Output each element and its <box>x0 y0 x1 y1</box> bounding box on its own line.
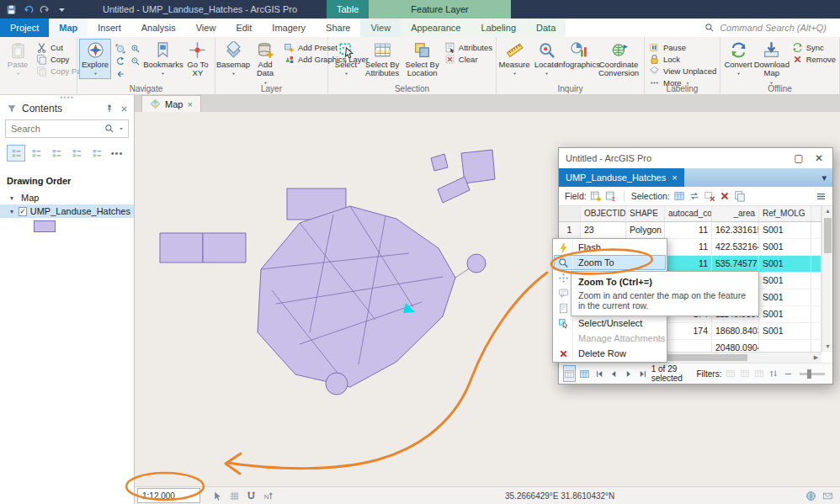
qat-redo-icon[interactable] <box>40 4 51 15</box>
north-icon[interactable]: N <box>263 491 274 501</box>
map-view-tab[interactable]: Map × <box>141 95 201 112</box>
grid-status-icon[interactable] <box>229 491 240 501</box>
close-icon[interactable]: ✕ <box>809 151 829 167</box>
column-header-ref-molg[interactable]: Ref_MOLG <box>759 206 811 221</box>
menu-item-manage-attachments[interactable]: Manage Attachments <box>554 331 666 346</box>
ribbon-button-pause[interactable]: Pause <box>646 42 719 53</box>
ribbon-button-download-map[interactable]: Download Map <box>754 39 789 88</box>
filter-tool-2-icon[interactable] <box>739 365 751 382</box>
landuse-polygon[interactable] <box>203 233 246 263</box>
close-icon[interactable]: × <box>672 172 677 183</box>
expand-caret-icon[interactable]: ▾ <box>10 194 18 202</box>
ribbon-button-bookmarks[interactable]: Bookmarks <box>145 39 182 79</box>
ribbon-button-lock[interactable]: Lock <box>646 54 719 65</box>
clear-selection-icon[interactable] <box>704 190 715 202</box>
ribbon-tool-fixed-zoom-in[interactable] <box>129 43 141 54</box>
chevron-down-icon[interactable]: ▾ <box>821 172 827 183</box>
nav-first-icon[interactable] <box>593 365 605 382</box>
landuse-polygon[interactable] <box>160 233 203 263</box>
sort-icon[interactable] <box>768 365 779 382</box>
ribbon-tool-fixed-zoom-out[interactable] <box>129 56 141 66</box>
close-icon[interactable] <box>120 104 129 114</box>
ribbon-tab-edit[interactable]: Edit <box>226 19 262 37</box>
nav-prev-icon[interactable] <box>608 365 619 382</box>
list-by-source-icon[interactable] <box>27 145 45 162</box>
context-group-feature-layer[interactable]: Feature Layer <box>369 0 510 19</box>
ribbon-button-measure[interactable]: Measure <box>498 39 530 79</box>
column-header-area[interactable]: _area <box>712 206 759 221</box>
tree-item-map[interactable]: ▾ Map <box>0 191 134 204</box>
menu-item-flash[interactable]: Flash <box>554 240 666 255</box>
chevron-down-icon[interactable] <box>118 125 125 132</box>
search-icon[interactable] <box>104 124 114 134</box>
ribbon-tool-previous-extent[interactable] <box>114 56 126 66</box>
pointer-icon[interactable] <box>212 491 223 501</box>
ribbon-tab-imagery[interactable]: Imagery <box>262 19 316 37</box>
landuse-polygon[interactable] <box>461 150 495 183</box>
filter-tool-3-icon[interactable] <box>753 365 765 382</box>
table-tab-ump-landuse-hatches[interactable]: UMP_Landuse_Hatches × <box>559 168 684 187</box>
scrollbar-thumb[interactable] <box>824 218 832 253</box>
ribbon-button-paste[interactable]: Paste <box>2 39 34 79</box>
landuse-polygon[interactable] <box>431 154 448 171</box>
menu-item-delete-row[interactable]: Delete Row <box>554 346 666 361</box>
table-menu-icon[interactable] <box>816 191 827 202</box>
ribbon-button-sync[interactable]: Sync <box>789 42 838 53</box>
layer-item-ump-landuse-hatches[interactable]: ▾ ✓ UMP_Landuse_Hatches <box>0 204 134 218</box>
ribbon-tool-full-extent[interactable] <box>114 43 126 54</box>
ribbon-tab-appearance-context[interactable]: Appearance <box>401 19 471 37</box>
table-row[interactable]: 123Polygon11162.331615S001 <box>559 222 821 239</box>
maximize-icon[interactable]: ▢ <box>789 151 809 167</box>
more-options-icon[interactable]: ••• <box>108 145 126 162</box>
nav-next-icon[interactable] <box>622 365 634 382</box>
zoom-slider[interactable] <box>800 373 825 375</box>
landuse-circle[interactable] <box>326 373 348 395</box>
scroll-up-icon[interactable]: ▲ <box>822 206 833 216</box>
ribbon-button-basemap[interactable]: Basemap <box>217 39 249 79</box>
ribbon-tab-map[interactable]: Map <box>49 19 88 37</box>
zoom-out-icon[interactable] <box>782 365 794 382</box>
column-header-shape[interactable]: SHAPE <box>626 206 665 221</box>
ribbon-tab-insert[interactable]: Insert <box>88 19 131 37</box>
command-search[interactable]: Command Search (Alt+Q) <box>704 19 840 37</box>
list-by-snapping-icon[interactable] <box>88 145 106 162</box>
select-all-icon[interactable] <box>673 190 685 202</box>
qat-undo-icon[interactable] <box>23 4 34 15</box>
table-window-titlebar[interactable]: Untitled - ArcGIS Pro ▢ ✕ <box>559 148 832 168</box>
message-icon[interactable] <box>822 491 833 501</box>
menu-item-select-unselect[interactable]: Select/Unselect <box>554 316 666 331</box>
filter-icon[interactable] <box>7 103 17 114</box>
table-view-icon[interactable] <box>563 365 576 382</box>
list-by-selection-icon[interactable] <box>47 145 66 162</box>
add-field-icon[interactable] <box>590 190 602 202</box>
ribbon-button-select[interactable]: Select <box>330 39 362 79</box>
ribbon-tab-analysis[interactable]: Analysis <box>131 19 186 37</box>
globe-status-icon[interactable] <box>805 491 816 501</box>
vertical-scrollbar[interactable]: ▲ ▼ <box>821 206 832 352</box>
qat-customize-quick-access-icon[interactable] <box>56 4 67 15</box>
copy-icon[interactable] <box>734 190 746 202</box>
map-scale-input[interactable] <box>141 491 188 501</box>
list-by-drawing-order-icon[interactable] <box>7 145 25 162</box>
ribbon-button-convert[interactable]: Convert <box>722 39 754 79</box>
switch-selection-icon[interactable] <box>688 190 700 202</box>
ribbon-button-go-to-xy[interactable]: Go To XY <box>182 39 214 81</box>
menu-item-zoom-to[interactable]: Zoom To <box>554 255 666 270</box>
ribbon-tool-back-extent[interactable] <box>114 68 126 79</box>
ribbon-button-add-data[interactable]: Add Data <box>249 39 281 88</box>
contents-search-input[interactable] <box>9 123 101 135</box>
delete-row-icon[interactable] <box>719 190 731 202</box>
landuse-polygon[interactable] <box>438 177 470 203</box>
layer-visibility-checkbox[interactable]: ✓ <box>19 207 27 216</box>
ribbon-tab-view-context[interactable]: View <box>360 19 401 37</box>
pin-icon[interactable] <box>104 103 114 114</box>
ribbon-tab-labeling-context[interactable]: Labeling <box>471 19 526 37</box>
ribbon-button-clear[interactable]: Clear <box>442 54 495 65</box>
ribbon-tab-share[interactable]: Share <box>316 19 360 37</box>
ribbon-button-explore[interactable]: Explore <box>79 39 111 79</box>
zoom-slider-thumb[interactable] <box>807 369 811 379</box>
layer-symbol-swatch[interactable] <box>34 220 56 232</box>
context-group-table[interactable]: Table <box>327 0 369 19</box>
ribbon-tab-view[interactable]: View <box>186 19 226 37</box>
column-header-objectid[interactable]: OBJECTID <box>581 206 626 221</box>
